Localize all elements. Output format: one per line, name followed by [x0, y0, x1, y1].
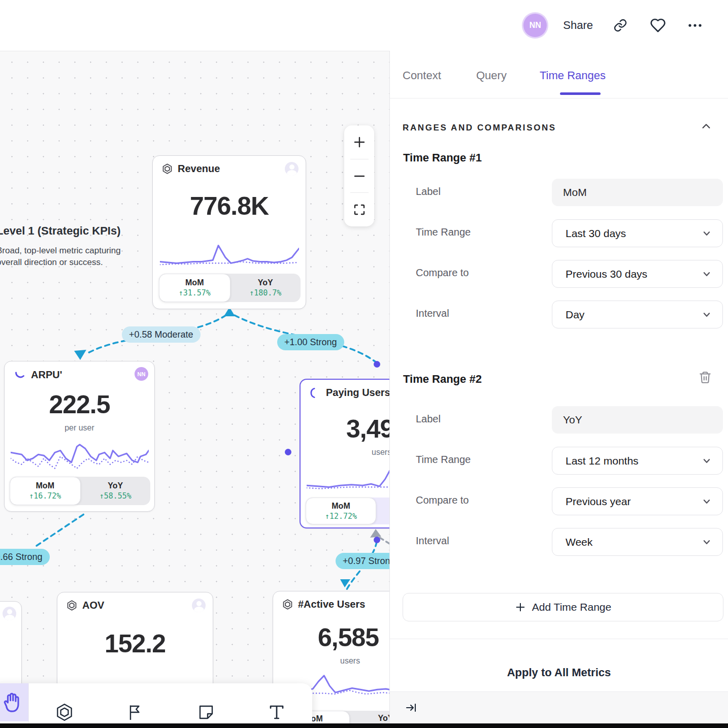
interval-select[interactable]: Day: [552, 301, 723, 328]
field-label: Compare to: [416, 494, 469, 506]
card-title: ARPU': [31, 369, 62, 381]
toggle-mom[interactable]: MoM ↑31.57%: [159, 274, 230, 302]
metric-arc-icon: [310, 387, 321, 399]
add-strategy-button[interactable]: Strategy: [100, 683, 171, 728]
ellipsis-icon: [687, 18, 703, 33]
add-time-range-button[interactable]: Add Time Range: [403, 593, 723, 621]
right-side-panel: Context Query Time Ranges RANGES AND COM…: [389, 51, 728, 728]
collapse-panel-icon[interactable]: [405, 702, 417, 714]
edge-label-correlation[interactable]: +0.58 Moderate: [122, 326, 201, 343]
chevron-down-icon: [702, 229, 711, 238]
toggle-delta: ↑180.7%: [249, 288, 281, 297]
field-label: Interval: [416, 535, 449, 547]
tab-query[interactable]: Query: [476, 69, 507, 82]
metric-tree-canvas[interactable]: Level 1 (Strategic KPIs) Broad, top-leve…: [0, 51, 389, 728]
share-button[interactable]: Share: [563, 19, 593, 32]
time-range-1-title: Time Range #1: [403, 151, 482, 164]
copy-link-button[interactable]: [613, 18, 627, 32]
zoom-in-button[interactable]: [344, 125, 374, 159]
time-range-select[interactable]: Last 12 months: [552, 447, 723, 475]
select-value: Previous year: [566, 495, 702, 508]
toggle-yoy[interactable]: YoY ↑58.55%: [81, 477, 151, 505]
zoom-out-button[interactable]: [344, 159, 374, 193]
top-header: NN Share: [0, 0, 728, 51]
fit-view-button[interactable]: [344, 193, 374, 226]
toggle-mom[interactable]: MoM ↑16.72%: [10, 477, 81, 505]
metric-value: 776.8K: [153, 191, 306, 221]
metric-card-arpu[interactable]: ARPU' NN 222.5 per user MoM ↑16.72% YoY …: [4, 361, 155, 512]
metric-value: 6,585: [318, 623, 389, 652]
note-icon: [197, 703, 215, 721]
edge-label-correlation[interactable]: +1.00 Strong: [277, 334, 344, 350]
edge-label-correlation[interactable]: +0.97 Strong: [336, 553, 389, 569]
metric-card-paying-users[interactable]: Paying Users' 3,49 users MoM ↑12.72%: [300, 379, 389, 528]
chevron-down-icon: [702, 270, 711, 279]
metric-unit: users: [372, 448, 389, 457]
label-input[interactable]: [552, 179, 723, 206]
time-range-select[interactable]: Last 30 days: [552, 219, 723, 247]
bottom-black-strip: [0, 723, 728, 728]
owner-avatar-placeholder: [285, 162, 299, 176]
toggle-delta: ↑31.57%: [179, 288, 211, 297]
metric-value: 222.5: [5, 390, 154, 419]
compare-to-select[interactable]: Previous 30 days: [552, 260, 723, 288]
card-title: Revenue: [178, 163, 220, 175]
selection-handle-left[interactable]: [285, 449, 291, 455]
range-toggle: MoM ↑16.72% YoY ↑58.55%: [10, 477, 150, 505]
toggle-label: YoY: [108, 481, 123, 490]
tab-time-ranges[interactable]: Time Ranges: [540, 69, 606, 82]
plus-icon: [515, 602, 526, 613]
arrowhead-into-arpu: [74, 350, 86, 360]
toggle-label: MoM: [185, 278, 204, 287]
owner-avatar-placeholder: [3, 607, 16, 620]
card-title: AOV: [82, 600, 104, 611]
label-input[interactable]: [552, 406, 723, 434]
favorite-button[interactable]: [650, 17, 666, 34]
interval-select[interactable]: Week: [552, 528, 723, 556]
edge-label-correlation[interactable]: +0.66 Strong: [0, 549, 50, 565]
divider: [390, 639, 728, 639]
selection-handle-top[interactable]: [374, 361, 380, 368]
more-options-button[interactable]: [687, 18, 703, 33]
canvas-toolbar: Metric Strategy Note Text: [0, 683, 312, 728]
toggle-delta: ↑12.72%: [325, 512, 357, 521]
toggle-mom[interactable]: MoM ↑12.72%: [306, 498, 376, 524]
tool-strip: [0, 683, 29, 728]
chevron-down-icon: [702, 497, 711, 506]
time-range-2-title: Time Range #2: [403, 373, 482, 386]
compare-to-select[interactable]: Previous year: [552, 487, 723, 515]
owner-avatar-nn: NN: [135, 367, 148, 381]
select-value: Week: [566, 536, 702, 548]
add-note-button[interactable]: Note: [171, 683, 242, 728]
toggle-delta: ↑58.55%: [100, 491, 131, 501]
chevron-down-icon: [702, 538, 711, 547]
add-metric-button[interactable]: Metric: [29, 683, 100, 728]
section-header: RANGES AND COMPARISONS: [403, 123, 556, 133]
sparkline-chart: [160, 240, 299, 269]
panel-tabs: Context Query Time Ranges: [390, 51, 728, 98]
collapse-section-button[interactable]: [701, 121, 712, 132]
field-label: Interval: [416, 308, 449, 319]
flag-icon: [126, 703, 144, 721]
field-label: Label: [416, 413, 441, 425]
owner-avatar-placeholder: [192, 599, 206, 612]
sparkline-chart: [307, 465, 389, 497]
metric-hexagon-icon: [67, 600, 77, 611]
chevron-down-icon: [702, 456, 711, 466]
toggle-delta: ↑16.72%: [29, 491, 61, 501]
add-text-button[interactable]: Text: [242, 683, 313, 728]
select-value: Day: [566, 309, 702, 321]
metric-card-revenue[interactable]: Revenue 776.8K MoM ↑31.57% YoY ↑180.7%: [152, 155, 306, 309]
delete-time-range-button[interactable]: [699, 371, 712, 384]
selection-handle-bottom[interactable]: [374, 537, 380, 543]
apply-to-all-metrics-button[interactable]: Apply to All Metrics: [390, 666, 728, 679]
toggle-yoy[interactable]: [376, 498, 389, 524]
panel-footer: [390, 691, 728, 723]
hand-tool-button[interactable]: [0, 683, 28, 721]
user-avatar[interactable]: NN: [523, 14, 547, 37]
field-label: Time Range: [416, 454, 471, 466]
toggle-yoy[interactable]: YoY ↑180.7%: [230, 274, 301, 302]
tab-context[interactable]: Context: [403, 69, 441, 82]
fullscreen-icon: [353, 203, 366, 216]
metric-unit: per user: [5, 423, 154, 433]
